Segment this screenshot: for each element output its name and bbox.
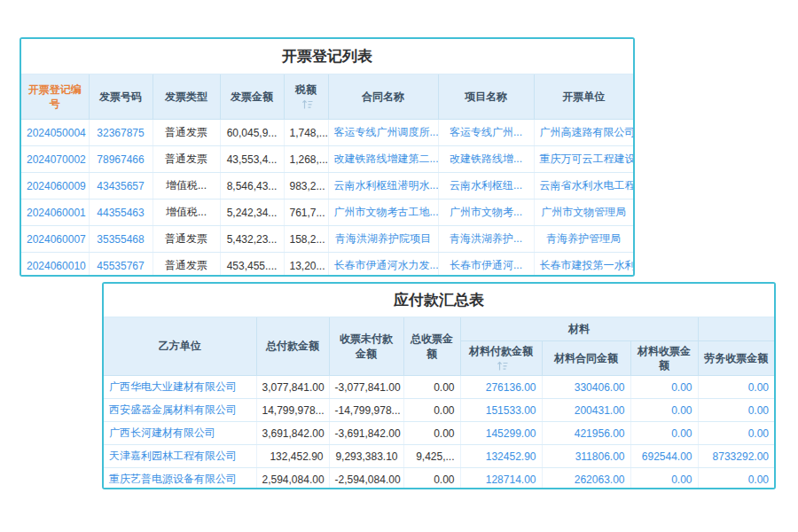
contract-name-cell[interactable]: 青海洪湖养护院项目 — [328, 226, 438, 253]
contract-name-cell[interactable]: 长春市伊通河水力发... — [328, 253, 438, 278]
billing-unit-cell[interactable]: 广州高速路有限公司 — [534, 120, 633, 146]
invoice-no-cell[interactable]: 32367875 — [89, 120, 153, 146]
invoice-no-cell[interactable]: 35355468 — [89, 226, 153, 253]
total-receipt-cell: 0.00 — [403, 376, 460, 399]
col-header-material-receipt: 材料收票金额 — [630, 341, 698, 376]
material-payment-cell[interactable]: 128714.00 — [460, 468, 542, 490]
reg-no-cell[interactable]: 2024060001 — [21, 200, 89, 226]
project-name-cell[interactable]: 广州市文物考... — [438, 200, 534, 226]
reg-no-cell[interactable]: 2024060010 — [21, 253, 89, 278]
material-receipt-cell[interactable]: 0.00 — [630, 376, 698, 399]
party-cell[interactable]: 天津嘉利园林工程有限公司 — [104, 445, 256, 468]
labor-receipt-cell[interactable]: 8733292.00 — [698, 445, 774, 468]
invoice-no-cell[interactable]: 44355463 — [89, 200, 153, 226]
invoice-amount-cell: 5,242,34... — [220, 200, 284, 226]
tax-amount-cell: 13,20... — [284, 253, 328, 278]
invoice-amount-cell: 43,553,4... — [220, 146, 284, 173]
invoice-register-table: 开票登记编号 发票号码 发票类型 发票金额 税额 合同名称 项目名称 开票单位 … — [21, 74, 633, 277]
labor-receipt-cell[interactable]: 0.00 — [698, 422, 774, 445]
table-row: 广西华电大业建材有限公司 3,077,841.00 -3,077,841.00 … — [104, 376, 774, 399]
invoice-amount-cell: 453,455.... — [220, 253, 284, 278]
col-header-contract-name: 合同名称 — [328, 74, 438, 120]
tax-amount-cell: 761,7... — [284, 200, 328, 226]
invoice-type-cell: 普通发票 — [153, 226, 220, 253]
reg-no-cell[interactable]: 2024060007 — [21, 226, 89, 253]
contract-name-cell[interactable]: 广州市文物考古工地... — [328, 200, 438, 226]
material-contract-cell[interactable]: 330406.00 — [542, 376, 630, 399]
party-cell[interactable]: 广西长河建材有限公司 — [104, 422, 256, 445]
material-contract-cell[interactable]: 200431.00 — [542, 399, 630, 422]
total-payment-cell: 14,799,978... — [256, 399, 329, 422]
material-payment-cell[interactable]: 276136.00 — [460, 376, 542, 399]
col-header-invoice-no: 发票号码 — [89, 74, 153, 120]
billing-unit-cell[interactable]: 重庆万可云工程建设... — [534, 146, 633, 173]
material-payment-cell[interactable]: 145299.00 — [460, 422, 542, 445]
col-header-invoice-type: 发票类型 — [153, 74, 220, 120]
contract-name-cell[interactable]: 云南水利枢纽潜明水... — [328, 173, 438, 200]
material-receipt-cell[interactable]: 0.00 — [630, 422, 698, 445]
project-name-cell[interactable]: 青海洪湖养护... — [438, 226, 534, 253]
billing-unit-cell[interactable]: 青海养护管理局 — [534, 226, 633, 253]
contract-name-cell[interactable]: 改建铁路线增建第二... — [328, 146, 438, 173]
project-name-cell[interactable]: 云南水利枢纽... — [438, 173, 534, 200]
sort-icon[interactable] — [497, 361, 508, 372]
labor-receipt-cell[interactable]: 0.00 — [698, 376, 774, 399]
material-contract-cell[interactable]: 262063.00 — [542, 468, 630, 490]
table-row: 2024060007 35355468 普通发票 5,432,23... 158… — [21, 226, 633, 253]
invoice-register-panel: 开票登记列表 开票登记编号 发票号码 发票类型 发票金额 税额 合同名称 项目名… — [20, 37, 635, 277]
table-row: 重庆艺普电源设备有限公司 2,594,084.00 -2,594,084.00 … — [104, 468, 774, 490]
tax-amount-cell: 1,268,... — [284, 146, 328, 173]
tax-amount-cell: 1,748,... — [284, 120, 328, 146]
reg-no-cell[interactable]: 2024060009 — [21, 173, 89, 200]
invoice-type-cell: 普通发票 — [153, 253, 220, 278]
material-contract-cell[interactable]: 311806.00 — [542, 445, 630, 468]
col-header-material-payment[interactable]: 材料付款金额 — [460, 341, 542, 376]
invoice-type-cell: 普通发票 — [153, 120, 220, 146]
party-cell[interactable]: 西安盛器金属材料有限公司 — [104, 399, 256, 422]
invoice-no-cell[interactable]: 45535767 — [89, 253, 153, 278]
material-payment-cell[interactable]: 151533.00 — [460, 399, 542, 422]
col-header-invoice-amount: 发票金额 — [220, 74, 284, 120]
total-receipt-cell: 9,425,... — [403, 445, 460, 468]
col-header-spacer — [698, 317, 774, 341]
billing-unit-cell[interactable]: 云南省水利水电工程... — [534, 173, 633, 200]
project-name-cell[interactable]: 长春市伊通河... — [438, 253, 534, 278]
party-cell[interactable]: 广西华电大业建材有限公司 — [104, 376, 256, 399]
labor-receipt-cell[interactable]: 0.00 — [698, 468, 774, 490]
table-row: 天津嘉利园林工程有限公司 132,452.90 9,293,383.10 9,4… — [104, 445, 774, 468]
contract-name-cell[interactable]: 客运专线广州调度所... — [328, 120, 438, 146]
unpaid-receipt-cell: -2,594,084.00 — [329, 468, 403, 490]
col-group-header-material: 材料 — [460, 317, 698, 341]
col-header-material-contract: 材料合同金额 — [542, 341, 630, 376]
material-contract-cell[interactable]: 421956.00 — [542, 422, 630, 445]
invoice-type-cell: 增值税... — [153, 200, 220, 226]
payable-summary-panel: 应付款汇总表 乙方单位 总付款金额 收票未付款金额 总收票金额 材料 材料付款金… — [102, 282, 776, 489]
col-header-project-name: 项目名称 — [438, 74, 534, 120]
unpaid-receipt-cell: -3,077,841.00 — [329, 376, 403, 399]
invoice-no-cell[interactable]: 43435657 — [89, 173, 153, 200]
col-header-total-receipt: 总收票金额 — [403, 317, 460, 376]
total-payment-cell: 132,452.90 — [256, 445, 329, 468]
invoice-no-cell[interactable]: 78967466 — [89, 146, 153, 173]
billing-unit-cell[interactable]: 广州市文物管理局 — [534, 200, 633, 226]
project-name-cell[interactable]: 客运专线广州... — [438, 120, 534, 146]
party-cell[interactable]: 重庆艺普电源设备有限公司 — [104, 468, 256, 490]
material-receipt-cell[interactable]: 0.00 — [630, 468, 698, 490]
billing-unit-cell[interactable]: 长春市建投第一水利... — [534, 253, 633, 278]
unpaid-receipt-cell: -3,691,842.00 — [329, 422, 403, 445]
col-header-unpaid-receipt: 收票未付款金额 — [329, 317, 403, 376]
material-receipt-cell[interactable]: 0.00 — [630, 399, 698, 422]
col-header-tax-amount[interactable]: 税额 — [284, 74, 328, 120]
reg-no-cell[interactable]: 2024070002 — [21, 146, 89, 173]
table-row: 2024050004 32367875 普通发票 60,045,9... 1,7… — [21, 120, 633, 146]
payable-summary-table: 乙方单位 总付款金额 收票未付款金额 总收票金额 材料 材料付款金额 材料合同金… — [104, 317, 774, 489]
col-header-labor-receipt: 劳务收票金额 — [698, 341, 774, 376]
material-payment-cell[interactable]: 132452.90 — [460, 445, 542, 468]
reg-no-cell[interactable]: 2024050004 — [21, 120, 89, 146]
labor-receipt-cell[interactable]: 0.00 — [698, 399, 774, 422]
project-name-cell[interactable]: 改建铁路线增... — [438, 146, 534, 173]
material-receipt-cell[interactable]: 692544.00 — [630, 445, 698, 468]
sort-icon[interactable] — [301, 99, 313, 110]
table-row: 2024060009 43435657 增值税... 8,546,43... 9… — [21, 173, 633, 200]
invoice-amount-cell: 8,546,43... — [220, 173, 284, 200]
